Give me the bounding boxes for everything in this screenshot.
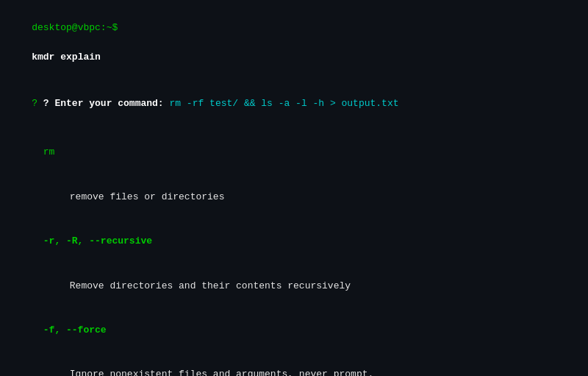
enter-command-line: ? ? Enter your command: rm -rf test/ && … — [9, 82, 579, 126]
prompt-line: desktop@vbpc:~$ kmdr explain — [9, 6, 579, 80]
terminal-window: desktop@vbpc:~$ kmdr explain ? ? Enter y… — [9, 6, 579, 376]
command-text — [32, 37, 37, 48]
question-mark: ? — [32, 98, 43, 109]
command-value: rm -rf test/ && ls -a -l -h > output.txt — [169, 98, 398, 109]
force-desc: Ignore nonexistent files and arguments, … — [9, 352, 579, 376]
rm-keyword-line: rm — [9, 130, 579, 174]
rm-keyword: rm — [43, 146, 55, 157]
recursive-desc: Remove directories and their contents re… — [9, 263, 579, 308]
rm-desc: remove files or directories — [9, 175, 579, 219]
force-flag-line: -f, --force — [9, 308, 579, 352]
command-name: kmdr explain — [32, 52, 101, 63]
prompt-text: desktop@vbpc:~$ — [32, 22, 118, 33]
force-flag: -f, --force — [43, 324, 107, 336]
recursive-flag-line: -r, -R, --recursive — [9, 219, 579, 263]
enter-label: ? Enter your command: — [43, 98, 164, 109]
recursive-flag: -r, -R, --recursive — [43, 235, 152, 246]
